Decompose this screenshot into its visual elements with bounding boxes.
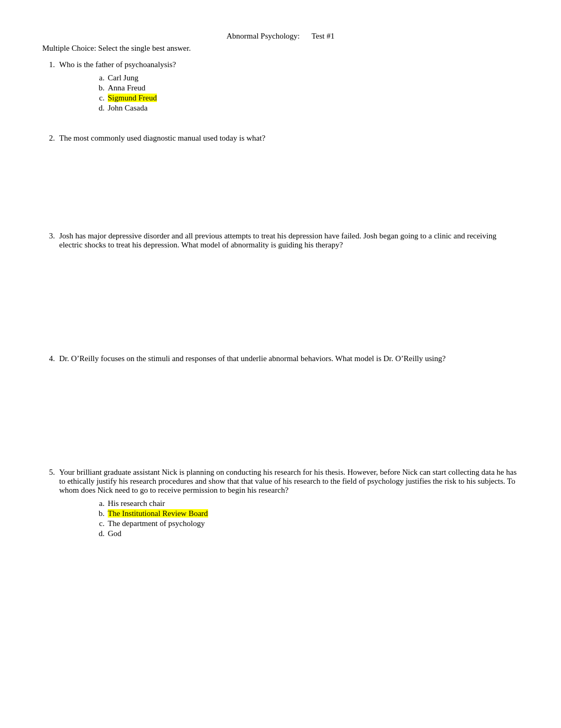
answer-text: John Casada bbox=[108, 104, 519, 113]
question-row-3: 3. Josh has major depressive disorder an… bbox=[42, 232, 519, 250]
list-item: d. John Casada bbox=[93, 104, 519, 113]
question-block-5: 5. Your brilliant graduate assistant Nic… bbox=[42, 468, 519, 538]
list-item: c. Sigmund Freud bbox=[93, 94, 519, 103]
answer-text: God bbox=[108, 529, 519, 538]
question-number-5: 5. bbox=[42, 468, 59, 477]
answer-text: Carl Jung bbox=[108, 73, 519, 82]
instructions-text: Multiple Choice: Select the single best … bbox=[42, 44, 191, 52]
question-block-3: 3. Josh has major depressive disorder an… bbox=[42, 232, 519, 333]
list-item: a. His research chair bbox=[93, 499, 519, 508]
answer-text: The department of psychology bbox=[108, 519, 519, 528]
answer-text: The Institutional Review Board bbox=[108, 509, 519, 518]
answer-text: Anna Freud bbox=[108, 84, 519, 93]
answer-letter: c. bbox=[93, 94, 108, 103]
question-text-5: Your brilliant graduate assistant Nick i… bbox=[59, 468, 519, 495]
answer-letter: c. bbox=[93, 519, 108, 528]
list-item: b. The Institutional Review Board bbox=[93, 509, 519, 518]
answer-letter: b. bbox=[93, 84, 108, 93]
answer-text: His research chair bbox=[108, 499, 519, 508]
question-number-4: 4. bbox=[42, 354, 59, 363]
answer-text: Sigmund Freud bbox=[108, 94, 519, 103]
list-item: a. Carl Jung bbox=[93, 73, 519, 82]
answer-letter: b. bbox=[93, 509, 108, 518]
answer-space-4 bbox=[42, 367, 519, 447]
question-number-2: 2. bbox=[42, 134, 59, 143]
answer-letter: d. bbox=[93, 104, 108, 113]
question-row-2: 2. The most commonly used diagnostic man… bbox=[42, 134, 519, 143]
instructions-line: Multiple Choice: Select the single best … bbox=[42, 44, 519, 53]
answer-space-3 bbox=[42, 254, 519, 333]
page-test: Test #1 bbox=[312, 32, 335, 40]
answer-letter: a. bbox=[93, 499, 108, 508]
answer-space-2 bbox=[42, 147, 519, 210]
question-text-3: Josh has major depressive disorder and a… bbox=[59, 232, 519, 250]
answer-list-5: a. His research chair b. The Institution… bbox=[93, 499, 519, 538]
question-text-1: Who is the father of psychoanalysis? bbox=[59, 60, 519, 69]
answer-letter: a. bbox=[93, 73, 108, 82]
question-row-1: 1. Who is the father of psychoanalysis? bbox=[42, 60, 519, 69]
list-item: c. The department of psychology bbox=[93, 519, 519, 528]
question-number-1: 1. bbox=[42, 60, 59, 69]
question-block-1: 1. Who is the father of psychoanalysis? … bbox=[42, 60, 519, 113]
page-header: Abnormal Psychology: Test #1 bbox=[42, 32, 519, 41]
list-item: b. Anna Freud bbox=[93, 84, 519, 93]
answer-list-1: a. Carl Jung b. Anna Freud c. Sigmund Fr… bbox=[93, 73, 519, 113]
question-row-4: 4. Dr. O’Reilly focuses on the stimuli a… bbox=[42, 354, 519, 363]
question-text-4: Dr. O’Reilly focuses on the stimuli and … bbox=[59, 354, 519, 363]
list-item: d. God bbox=[93, 529, 519, 538]
question-number-3: 3. bbox=[42, 232, 59, 241]
answer-letter: d. bbox=[93, 529, 108, 538]
question-row-5: 5. Your brilliant graduate assistant Nic… bbox=[42, 468, 519, 495]
page-title: Abnormal Psychology: bbox=[227, 32, 300, 40]
question-block-2: 2. The most commonly used diagnostic man… bbox=[42, 134, 519, 210]
question-block-4: 4. Dr. O’Reilly focuses on the stimuli a… bbox=[42, 354, 519, 447]
question-text-2: The most commonly used diagnostic manual… bbox=[59, 134, 519, 143]
